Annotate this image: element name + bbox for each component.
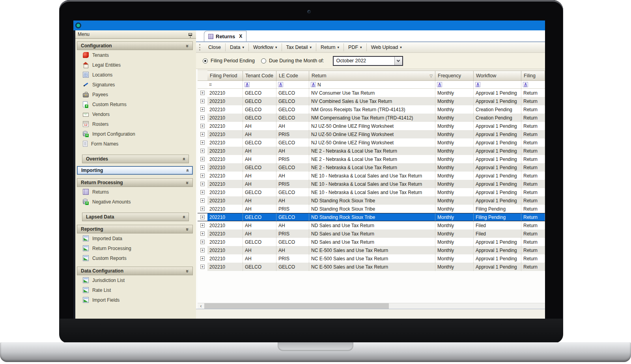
cell-le-code[interactable]: AH bbox=[276, 221, 309, 230]
table-row[interactable]: + 202210 AH AH NE 2 - Nebraska & Local U… bbox=[198, 147, 545, 155]
cell-le-code[interactable]: PRIS bbox=[276, 254, 309, 263]
sidebar-entry[interactable]: Tenants bbox=[77, 50, 193, 60]
cell-le-code[interactable]: GELCO bbox=[276, 238, 309, 246]
cell-workflow[interactable]: Filed bbox=[474, 221, 521, 230]
cell-filing[interactable]: Return bbox=[521, 122, 545, 130]
cell-filing-period[interactable]: 202210 bbox=[207, 147, 243, 155]
scrollbar-thumb[interactable] bbox=[204, 303, 389, 309]
cell-workflow[interactable]: Approval 1 Pending bbox=[474, 172, 521, 180]
expand-plus-icon[interactable]: + bbox=[200, 240, 205, 244]
table-row[interactable]: + 202210 GELCO GELCO ND Sales and Use Ta… bbox=[198, 238, 545, 246]
cell-filing-period[interactable]: 202210 bbox=[207, 89, 243, 97]
sidebar-entry[interactable]: Locations bbox=[77, 70, 193, 80]
expand-plus-icon[interactable]: + bbox=[200, 165, 205, 170]
sidebar-entry[interactable]: Return Processing » bbox=[77, 178, 193, 187]
expand-plus-icon[interactable]: + bbox=[200, 215, 205, 219]
cell-frequency[interactable]: Monthly bbox=[435, 254, 474, 263]
sidebar-entry[interactable]: Returns bbox=[77, 187, 193, 197]
cell-filing[interactable]: Return bbox=[521, 254, 545, 263]
cell-workflow[interactable]: Creation Pending bbox=[474, 105, 521, 114]
cell-workflow[interactable]: Creation Pending bbox=[474, 114, 521, 122]
cell-frequency[interactable]: Monthly bbox=[435, 230, 474, 238]
toolbar-grip-handle[interactable] bbox=[199, 44, 200, 50]
cell-filing-period[interactable]: 202210 bbox=[207, 138, 243, 147]
cell-tenant-code[interactable]: AH bbox=[243, 130, 276, 138]
cell-le-code[interactable]: GELCO bbox=[276, 263, 309, 271]
table-row[interactable]: + 202210 AH AH ND Standing Rock Sioux Tr… bbox=[198, 196, 545, 205]
cell-tenant-code[interactable]: AH bbox=[243, 147, 276, 155]
sidebar-entry[interactable]: Rosters bbox=[77, 119, 193, 129]
sidebar-entry[interactable]: Import Fields bbox=[77, 295, 193, 305]
cell-return[interactable]: ND Sales and Use Tax Return bbox=[309, 230, 435, 238]
cell-workflow[interactable]: Approval 1 Pending bbox=[474, 130, 521, 138]
sidebar-entry[interactable]: Form Names bbox=[77, 139, 193, 149]
toolbar-button[interactable]: Tax Detail ▾ bbox=[282, 43, 316, 51]
cell-return[interactable]: NE 2 - Nebraska & Local Use Tax Return bbox=[309, 163, 435, 172]
cell-return[interactable]: ND Sales and Use Tax Return bbox=[309, 221, 435, 230]
chevron-icon[interactable]: » bbox=[185, 169, 190, 172]
cell-return[interactable]: NV Consumer Use Tax Return bbox=[309, 89, 435, 97]
cell-filing[interactable]: Return bbox=[521, 205, 545, 213]
tab-close-icon[interactable]: X bbox=[239, 34, 242, 39]
toolbar-button[interactable]: Return ▾ bbox=[316, 43, 344, 51]
toolbar-button[interactable]: Workflow ▾ bbox=[249, 43, 282, 51]
cell-filing-period[interactable]: 202210 bbox=[207, 105, 243, 114]
cell-tenant-code[interactable]: GELCO bbox=[243, 263, 276, 271]
cell-filing-period[interactable]: 202210 bbox=[207, 130, 243, 138]
toolbar-button[interactable]: PDF ▾ bbox=[344, 43, 367, 51]
filter-filing-period[interactable]: = bbox=[207, 81, 243, 88]
chevron-icon[interactable]: » bbox=[181, 215, 186, 218]
text-filter-icon[interactable]: A bbox=[437, 82, 442, 87]
cell-workflow[interactable]: Approval 1 Pending bbox=[474, 188, 521, 196]
cell-filing[interactable]: Return bbox=[521, 188, 545, 196]
cell-tenant-code[interactable]: GELCO bbox=[243, 213, 276, 221]
cell-filing-period[interactable]: 202210 bbox=[207, 97, 243, 105]
radio-button-checked[interactable] bbox=[203, 58, 208, 63]
cell-filing[interactable]: Return bbox=[521, 246, 545, 254]
pin-icon[interactable] bbox=[189, 33, 192, 36]
cell-return[interactable]: NE 10 - Nebraska & Local Sales and Use T… bbox=[309, 180, 435, 188]
cell-return[interactable]: NC E-500 Sales and Use Tax Return bbox=[309, 254, 435, 263]
table-row[interactable]: + 202210 AH AH NE 10 - Nebraska & Local … bbox=[198, 172, 545, 180]
cell-workflow[interactable]: Approval 1 Pending bbox=[474, 97, 521, 105]
cell-return[interactable]: NM Gross Receipts Tax Return (TRD-41413) bbox=[309, 105, 435, 114]
cell-le-code[interactable]: AH bbox=[276, 246, 309, 254]
cell-filing[interactable]: Return bbox=[521, 213, 545, 221]
chevron-icon[interactable]: » bbox=[185, 228, 190, 230]
cell-filing[interactable]: Return bbox=[521, 180, 545, 188]
cell-le-code[interactable]: AH bbox=[276, 196, 309, 205]
table-row[interactable]: + 202210 GELCO GELCO NV Combined Sales &… bbox=[198, 97, 545, 105]
cell-return[interactable]: ND Sales and Use Tax Return bbox=[309, 238, 435, 246]
cell-filing[interactable]: Return bbox=[521, 130, 545, 138]
table-row[interactable]: + 202210 GELCO GELCO NE 2 - Nebraska & L… bbox=[198, 163, 545, 172]
cell-tenant-code[interactable]: GELCO bbox=[243, 97, 276, 105]
table-row[interactable]: + 202210 GELCO GELCO NV Consumer Use Tax… bbox=[198, 89, 545, 97]
cell-tenant-code[interactable]: AH bbox=[243, 205, 276, 213]
toolbar-button[interactable]: Close bbox=[204, 43, 226, 51]
cell-filing[interactable]: Return bbox=[521, 163, 545, 172]
cell-tenant-code[interactable]: GELCO bbox=[243, 163, 276, 172]
table-row[interactable]: + 202210 GELCO GELCO NM Gross Receipts T… bbox=[198, 105, 545, 114]
sidebar-entry[interactable]: Lapsed Data » bbox=[82, 213, 189, 221]
cell-frequency[interactable]: Monthly bbox=[435, 130, 474, 138]
cell-workflow[interactable]: Approval 1 Pending bbox=[474, 196, 521, 205]
cell-workflow[interactable]: Approval 1 Pending bbox=[474, 180, 521, 188]
column-header-tenant-code[interactable]: Tenant Code bbox=[243, 71, 276, 81]
sidebar-entry[interactable]: Negative Amounts bbox=[77, 197, 193, 207]
cell-workflow[interactable]: Filed bbox=[474, 230, 521, 238]
filter-workflow[interactable]: A bbox=[474, 81, 521, 88]
expand-plus-icon[interactable]: + bbox=[200, 231, 205, 236]
cell-filing[interactable]: Return bbox=[521, 230, 545, 238]
sidebar-entry[interactable]: Rate List bbox=[77, 285, 193, 295]
expand-plus-icon[interactable]: + bbox=[200, 190, 205, 194]
cell-frequency[interactable]: Monthly bbox=[435, 246, 474, 254]
cell-return[interactable]: ND Standing Rock Sioux Tribe bbox=[309, 196, 435, 205]
expand-plus-icon[interactable]: + bbox=[200, 223, 205, 228]
sidebar-entry[interactable]: Vendors bbox=[77, 109, 193, 119]
column-header-filing[interactable]: Filing bbox=[521, 71, 545, 81]
cell-filing-period[interactable]: 202210 bbox=[207, 180, 243, 188]
cell-frequency[interactable]: Monthly bbox=[435, 188, 474, 196]
table-row[interactable]: + 202210 GELCO GELCO NE 10 - Nebraska & … bbox=[198, 188, 545, 196]
month-select[interactable]: October 2022 bbox=[333, 56, 403, 66]
cell-frequency[interactable]: Monthly bbox=[435, 263, 474, 271]
